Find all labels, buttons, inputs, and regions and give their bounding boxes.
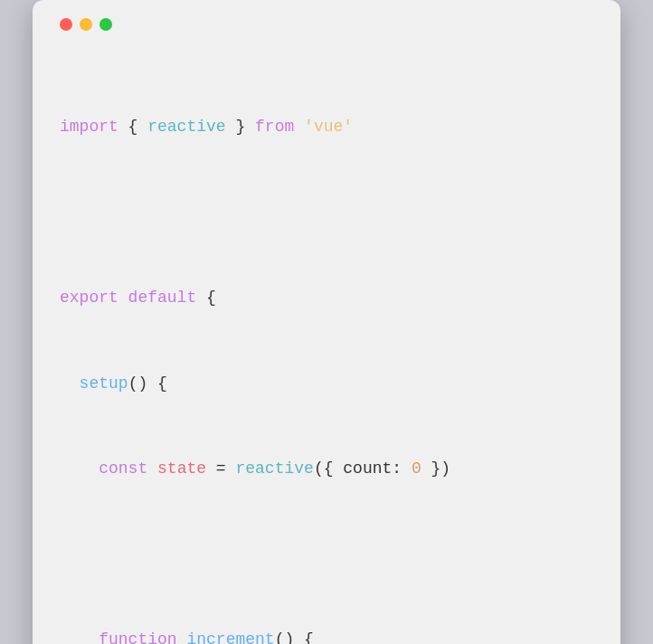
code-line-5: const state = reactive({ count: 0 }) bbox=[60, 455, 593, 484]
code-line-3: export default { bbox=[60, 284, 593, 313]
code-line-1: import { reactive } from 'vue' bbox=[60, 113, 593, 142]
code-line-7: function increment() { bbox=[60, 626, 593, 644]
code-block: import { reactive } from 'vue' export de… bbox=[60, 56, 593, 644]
code-line-2 bbox=[60, 199, 593, 228]
title-bar bbox=[60, 18, 593, 31]
code-window: import { reactive } from 'vue' export de… bbox=[33, 0, 620, 644]
close-button[interactable] bbox=[60, 18, 72, 31]
minimize-button[interactable] bbox=[80, 18, 92, 31]
code-line-4: setup() { bbox=[60, 370, 593, 399]
code-line-6 bbox=[60, 541, 593, 570]
maximize-button[interactable] bbox=[99, 18, 112, 31]
